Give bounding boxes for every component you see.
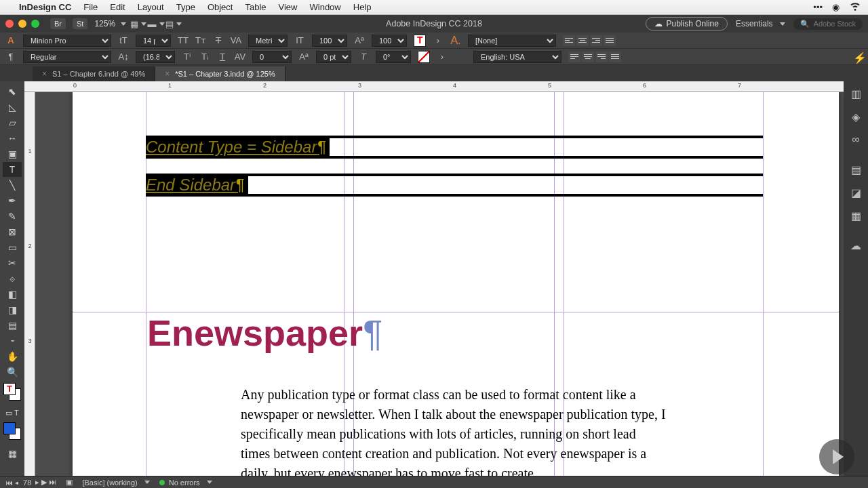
vscale-select[interactable]: 100%	[312, 35, 347, 47]
pencil-tool[interactable]: ✎	[3, 209, 22, 224]
menu-table[interactable]: Table	[245, 2, 266, 12]
document-viewport[interactable]: Content Type = Sidebar¶ End Sidebar¶ Ene…	[35, 92, 844, 476]
rectangle-tool[interactable]: ▭	[3, 240, 22, 255]
subscript-icon[interactable]: Tᵢ	[199, 52, 210, 62]
stroke-color-swatch[interactable]	[418, 51, 430, 63]
vertical-ruler[interactable]: 1 2 3	[24, 92, 35, 476]
hscale-select[interactable]: 100%	[372, 35, 407, 47]
links-panel-icon[interactable]: ∞	[848, 133, 863, 146]
gap-tool[interactable]: ↔	[3, 131, 22, 146]
sidebar-start-frame[interactable]: Content Type = Sidebar¶	[146, 136, 763, 159]
font-style-select[interactable]: Regular	[23, 51, 111, 63]
page-tool[interactable]: ▱	[3, 115, 22, 130]
pages-panel-icon[interactable]: ▥	[848, 87, 863, 100]
hand-tool[interactable]: ✋	[3, 349, 22, 364]
justify-right-button[interactable]	[595, 52, 608, 62]
font-family-select[interactable]: Minion Pro	[23, 35, 111, 47]
menu-object[interactable]: Object	[208, 2, 233, 12]
menu-help[interactable]: Help	[353, 2, 372, 12]
menu-view[interactable]: View	[279, 2, 298, 12]
view-options-icon[interactable]: ▦	[133, 18, 144, 29]
minimize-window-button[interactable]	[18, 20, 26, 28]
page-nav[interactable]: ⏮ ◀ 78 ▸ ▶ ⏭	[5, 478, 56, 487]
text-fill-color[interactable]: T	[3, 383, 16, 395]
arrange-windows-icon[interactable]: ▤	[168, 18, 179, 29]
justify-left-button[interactable]	[568, 52, 580, 62]
preflight-status[interactable]: No errors	[159, 479, 212, 487]
cc-libraries-panel-icon[interactable]: ☁	[848, 239, 863, 252]
heading-text[interactable]: Enewspaper¶	[147, 312, 382, 354]
swatch-arrow-icon[interactable]: ›	[433, 35, 443, 46]
app-menu[interactable]: InDesign CC	[19, 2, 71, 12]
underline-icon[interactable]: T	[217, 52, 228, 62]
justify-center-button[interactable]	[582, 52, 594, 62]
character-mode-icon[interactable]: A	[5, 35, 16, 46]
superscript-icon[interactable]: Tⁱ	[182, 52, 193, 62]
scissors-tool[interactable]: ✂	[3, 256, 22, 270]
menu-window[interactable]: Window	[310, 2, 341, 12]
free-transform-tool[interactable]: ⟐	[3, 271, 22, 286]
document-tab[interactable]: × *S1 – Chapter 3.indd @ 125%	[155, 66, 285, 81]
align-center-button[interactable]	[576, 35, 589, 46]
rectangle-frame-tool[interactable]: ⊠	[3, 224, 22, 239]
default-colors[interactable]	[3, 422, 21, 440]
menubar-dots-icon[interactable]: •••	[813, 2, 823, 12]
quick-apply-icon[interactable]: ⚡	[853, 52, 867, 64]
preflight-profile[interactable]: [Basic] (working)	[82, 479, 149, 487]
gradient-feather-tool[interactable]: ◨	[3, 302, 22, 317]
workspace-switcher[interactable]: Essentials	[736, 19, 785, 28]
menu-edit[interactable]: Edit	[110, 2, 125, 12]
close-tab-icon[interactable]: ×	[42, 69, 47, 79]
menubar-wifi-icon[interactable]	[849, 1, 861, 13]
skew-select[interactable]: 0°	[376, 51, 411, 63]
kerning-select[interactable]: Metrics	[248, 35, 288, 47]
align-left-button[interactable]	[563, 35, 575, 46]
pen-tool[interactable]: ✒	[3, 193, 22, 208]
maximize-window-button[interactable]	[31, 20, 39, 28]
bridge-button[interactable]: Br	[50, 18, 66, 29]
smallcaps-icon[interactable]: Tᴛ	[195, 35, 206, 46]
layers-panel-icon[interactable]: ◈	[848, 110, 863, 123]
language-select[interactable]: English: USA	[473, 51, 561, 63]
align-justify-button[interactable]	[604, 35, 616, 46]
content-collector-tool[interactable]: ▣	[3, 146, 22, 161]
tracking-select[interactable]: 0	[252, 51, 292, 63]
document-tab[interactable]: × S1 – Chapter 6.indd @ 49%	[33, 66, 155, 81]
allcaps-icon[interactable]: TT	[178, 35, 189, 46]
leading-select[interactable]: (16.8 pt)	[136, 51, 175, 63]
close-tab-icon[interactable]: ×	[165, 69, 170, 79]
stock-button[interactable]: St	[73, 18, 87, 29]
stroke-arrow-icon[interactable]: ›	[437, 52, 448, 62]
font-size-select[interactable]: 14 pt	[136, 35, 171, 47]
color-panel-icon[interactable]: ◪	[848, 186, 863, 199]
direct-selection-tool[interactable]: ◺	[3, 100, 22, 115]
justify-all-button[interactable]	[609, 52, 621, 62]
menu-layout[interactable]: Layout	[138, 2, 164, 12]
publish-online-button[interactable]: ☁ Publish Online	[646, 17, 728, 30]
baseline-select[interactable]: 0 pt	[316, 51, 351, 63]
stroke-panel-icon[interactable]: ▤	[848, 163, 863, 176]
body-text[interactable]: Any publication type or format class can…	[241, 385, 668, 476]
fill-color[interactable]	[3, 422, 16, 434]
strikethrough-icon[interactable]: T	[213, 35, 224, 46]
menu-type[interactable]: Type	[176, 2, 195, 12]
selection-tool[interactable]: ⬉	[3, 84, 22, 99]
zoom-level[interactable]: 125%	[94, 19, 126, 28]
view-mode-icon[interactable]: ▦	[3, 446, 22, 461]
align-right-button[interactable]	[590, 35, 602, 46]
paragraph-mode-icon[interactable]: ¶	[5, 52, 16, 62]
fill-stroke-colors[interactable]: T	[3, 383, 21, 401]
screen-mode-icon[interactable]: ▬	[151, 18, 161, 29]
menu-file[interactable]: File	[83, 2, 98, 12]
note-tool[interactable]: ▤	[3, 318, 22, 333]
apply-color-icon[interactable]: ▭ T	[3, 405, 22, 420]
char-style-select[interactable]: [None]	[468, 35, 556, 47]
gradient-tool[interactable]: ◧	[3, 287, 22, 302]
horizontal-ruler[interactable]: 0 1 2 3 4 5 6 7	[24, 81, 844, 92]
open-panel-icon[interactable]: ▣	[66, 478, 73, 487]
close-window-button[interactable]	[5, 20, 14, 28]
char-color-swatch[interactable]	[414, 35, 426, 47]
window-controls[interactable]	[5, 20, 39, 28]
line-tool[interactable]: ╲	[3, 178, 22, 192]
type-tool[interactable]: T	[3, 162, 22, 177]
